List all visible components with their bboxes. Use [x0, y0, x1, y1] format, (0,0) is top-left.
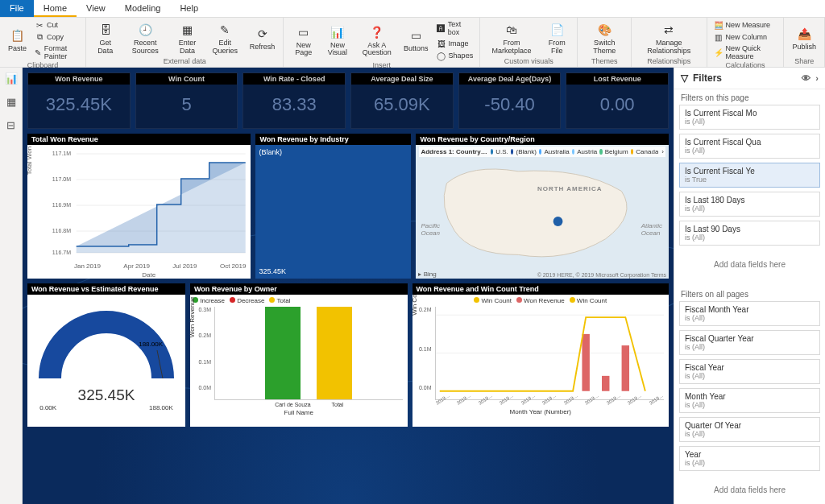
kpi-card[interactable]: Average Deal Age(Days)-50.40 — [458, 72, 562, 129]
legend-dot — [572, 149, 575, 155]
map-area[interactable]: NORTH AMERICA Pacific Ocean Atlantic Oce… — [416, 159, 669, 279]
text-icon: 🅰 — [437, 23, 446, 33]
legend-label: Australia — [544, 148, 569, 155]
group-insert: ▭New Page 📊New Visual ❓Ask A Question ▭B… — [284, 18, 480, 67]
filter-card[interactable]: Yearis (All) — [679, 446, 820, 471]
filter-card[interactable]: Fiscal Yearis (All) — [679, 359, 820, 384]
owner-legend: Increase Decrease Total — [190, 295, 408, 307]
filter-card[interactable]: Is Current Fiscal Mois (All) — [679, 105, 820, 130]
viz-total-won[interactable]: Total Won Revenue Total Won Revenue By D… — [27, 134, 251, 279]
kpi-value: 5 — [136, 85, 238, 128]
edit-queries-button[interactable]: ✎Edit Queries — [207, 20, 243, 56]
filter-card[interactable]: Fiscal Quarter Yearis (All) — [679, 330, 820, 355]
legend-dot — [516, 297, 522, 303]
viz-gauge[interactable]: Won Revenue vs Estimated Revenue 188.00K… — [27, 283, 185, 427]
tab-modeling[interactable]: Modeling — [115, 0, 171, 17]
kpi-card[interactable]: Win Count5 — [135, 72, 238, 129]
svg-text:117.0M: 117.0M — [52, 176, 72, 182]
viz-title: Won Revenue by Country/Region — [416, 134, 669, 145]
kpi-title: Lost Revenue — [566, 73, 668, 85]
cut-button[interactable]: ✂Cut — [33, 19, 81, 31]
svg-text:188.00K: 188.00K — [139, 341, 163, 348]
format-painter-button[interactable]: ✎Format Painter — [33, 43, 81, 61]
filter-name: Is Current Fiscal Qua — [685, 138, 815, 147]
column-icon: ▥ — [714, 32, 723, 42]
switch-theme-button[interactable]: 🎨Switch Theme — [582, 20, 626, 56]
buttons-button[interactable]: ▭Buttons — [400, 26, 432, 54]
filter-card[interactable]: Month Yearis (All) — [679, 388, 820, 413]
report-view-icon[interactable]: 📊 — [5, 72, 18, 85]
filters-section-label: Filters on this page — [674, 89, 825, 105]
filter-icon: ▽ — [681, 72, 688, 84]
new-column-button[interactable]: ▥New Column — [712, 31, 779, 43]
quick-icon: ⚡ — [714, 48, 723, 57]
filters-header: ▽ Filters 👁 › — [674, 68, 825, 89]
report-canvas[interactable]: Won Revenue325.45KWin Count5Win Rate - C… — [23, 68, 674, 504]
viz-owner[interactable]: Won Revenue by Owner Increase Decrease T… — [190, 283, 408, 427]
group-label: External data — [91, 57, 278, 65]
view-rail: 📊 ▦ ⊟ — [0, 68, 23, 504]
group-label: Share — [789, 57, 819, 65]
viz-title: Won Revenue vs Estimated Revenue — [27, 283, 185, 295]
chevron-right-icon[interactable]: › — [815, 73, 819, 83]
kpi-card[interactable]: Lost Revenue0.00 — [566, 72, 669, 129]
viz-title: Won Revenue and Win Count Trend — [412, 283, 670, 295]
kpi-value: 325.45K — [28, 85, 130, 128]
add-fields-drop[interactable]: Add data fields here — [679, 477, 820, 503]
ask-question-button[interactable]: ❓Ask A Question — [357, 23, 398, 59]
manage-relationships-button[interactable]: ⇄Manage Relationships — [636, 20, 701, 56]
image-button[interactable]: 🖼Image — [435, 38, 475, 49]
refresh-button[interactable]: ⟳Refresh — [247, 24, 279, 52]
filter-card[interactable]: Fiscal Month Yearis (All) — [679, 301, 820, 326]
paste-button[interactable]: 📋Paste — [5, 26, 30, 54]
tab-view[interactable]: View — [77, 0, 115, 17]
add-fields-drop[interactable]: Add data fields here — [679, 251, 820, 278]
filter-card[interactable]: Is Current Fiscal Quais (All) — [679, 134, 820, 159]
from-file-button[interactable]: 📄From File — [541, 20, 572, 56]
filter-card[interactable]: Quarter Of Yearis (All) — [679, 417, 820, 442]
enter-data-button[interactable]: ▦Enter Data — [171, 20, 203, 56]
new-measure-button[interactable]: 🧮New Measure — [712, 19, 779, 31]
data-view-icon[interactable]: ▦ — [6, 96, 16, 108]
legend-label: Austria — [577, 148, 597, 155]
viz-map[interactable]: Won Revenue by Country/Region Address 1:… — [416, 134, 669, 279]
eye-icon[interactable]: 👁 — [802, 73, 810, 83]
textbox-button[interactable]: 🅰Text box — [435, 19, 475, 37]
chevron-right-icon[interactable]: › — [661, 148, 664, 155]
y-axis-label: Total Won Revenue By Date — [27, 145, 33, 175]
copy-button[interactable]: ⧉Copy — [33, 31, 81, 43]
filter-card[interactable]: Is Current Fiscal Yeis True — [679, 163, 820, 188]
filter-name: Month Year — [685, 392, 815, 401]
viz-industry[interactable]: Won Revenue by Industry (Blank) 325.45K — [255, 134, 411, 279]
filter-card[interactable]: Is Last 90 Daysis (All) — [679, 221, 820, 246]
model-view-icon[interactable]: ⊟ — [6, 119, 15, 131]
kpi-card[interactable]: Won Revenue325.45K — [27, 72, 131, 129]
viz-trend[interactable]: Won Revenue and Win Count Trend Win Coun… — [412, 283, 670, 427]
kpi-value: 83.33 — [243, 85, 345, 128]
question-icon: ❓ — [369, 24, 385, 40]
gauge-svg: 188.00K — [38, 310, 175, 386]
new-page-button[interactable]: ▭New Page — [288, 23, 318, 59]
xtick: Jan 2019 — [74, 262, 101, 270]
bing-logo: ▸ Bing — [418, 271, 436, 278]
tab-help[interactable]: Help — [170, 0, 208, 17]
tab-file[interactable]: File — [0, 0, 34, 17]
tab-home[interactable]: Home — [34, 0, 77, 17]
new-quick-measure-button[interactable]: ⚡New Quick Measure — [712, 43, 779, 61]
get-data-button[interactable]: 🗄Get Data — [91, 20, 119, 56]
recent-sources-button[interactable]: 🕘Recent Sources — [122, 20, 168, 56]
filters-pane: ▽ Filters 👁 › Filters on this page Is Cu… — [674, 68, 825, 504]
new-visual-button[interactable]: 📊New Visual — [321, 23, 353, 59]
from-marketplace-button[interactable]: 🛍From Marketplace — [485, 20, 538, 56]
kpi-card[interactable]: Average Deal Size65.09K — [350, 72, 454, 129]
filter-name: Is Last 90 Days — [685, 225, 815, 233]
kpi-title: Average Deal Size — [351, 73, 453, 85]
kpi-card[interactable]: Win Rate - Closed83.33 — [243, 72, 346, 129]
pacific-label: Pacific Ocean — [421, 222, 440, 237]
shapes-button[interactable]: ◯Shapes — [435, 50, 475, 61]
filter-name: Year — [685, 450, 815, 459]
publish-button[interactable]: 📤Publish — [789, 24, 819, 52]
svg-rect-17 — [621, 345, 628, 391]
filter-value: is (All) — [685, 233, 815, 242]
filter-card[interactable]: Is Last 180 Daysis (All) — [679, 192, 820, 217]
